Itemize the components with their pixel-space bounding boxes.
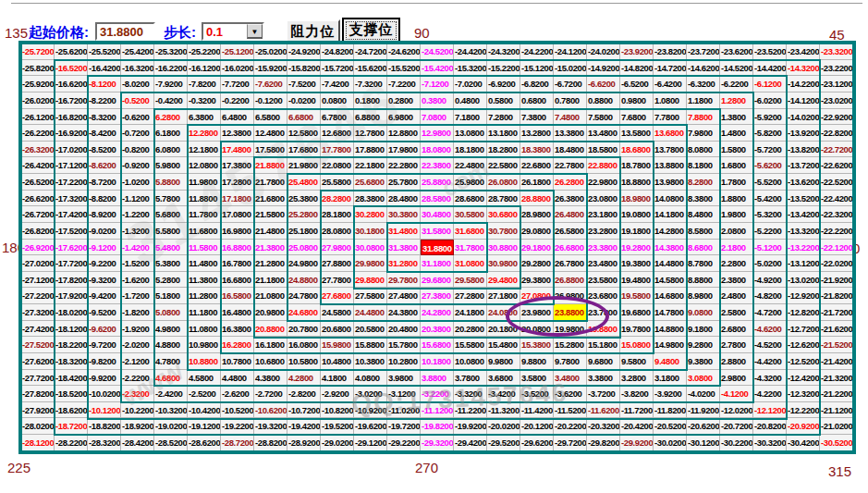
price-cell: 8.1800: [687, 157, 720, 174]
price-cell: 6.4800: [221, 109, 254, 126]
price-cell: 19.8800: [587, 321, 620, 338]
price-cell: 20.7800: [287, 321, 321, 338]
price-cell: -12.7200: [787, 321, 820, 338]
price-cell: -12.8200: [787, 304, 820, 321]
start-price-input[interactable]: [95, 22, 155, 41]
price-cell: 0.7800: [554, 92, 587, 109]
price-cell: -18.6200: [55, 402, 88, 419]
price-cell: -21.5200: [820, 337, 853, 353]
price-cell: -9.3200: [88, 272, 121, 289]
price-cell: 11.2800: [188, 288, 221, 304]
price-cell: -22.3200: [820, 206, 853, 223]
price-cell: 5.3800: [154, 255, 188, 272]
price-cell: 19.5800: [620, 288, 654, 304]
price-cell: 31.5800: [421, 223, 454, 240]
price-cell: -28.9200: [287, 435, 321, 451]
price-cell: 4.9800: [154, 321, 188, 338]
price-cell: -30.5200: [820, 435, 853, 451]
price-cell: -22.7200: [820, 142, 853, 158]
price-cell: 26.0800: [487, 174, 520, 191]
price-cell: -4.3200: [753, 370, 787, 387]
price-cell: -2.4200: [154, 386, 188, 402]
support-button[interactable]: 支撑位: [343, 18, 399, 43]
step-dropdown[interactable]: 0.1 ▼: [202, 22, 264, 41]
price-cell: 16.7800: [221, 255, 254, 272]
price-cell: -6.1200: [753, 76, 787, 92]
chevron-down-icon[interactable]: ▼: [247, 24, 263, 39]
price-cell: 4.4800: [221, 370, 254, 387]
price-cell: 11.3800: [188, 272, 221, 289]
price-cell: -13.4200: [787, 206, 820, 223]
price-cell: 13.8800: [654, 157, 687, 174]
price-cell: 14.6800: [654, 288, 687, 304]
price-cell: -17.2200: [55, 174, 88, 191]
price-cell: -8.5200: [88, 142, 121, 158]
price-cell: -2.5200: [188, 386, 221, 402]
price-cell: -6.7200: [554, 76, 587, 92]
price-cell: -3.9200: [654, 386, 687, 402]
price-cell: 13.5800: [620, 125, 654, 142]
price-cell: 16.1800: [254, 337, 287, 353]
price-cell: 9.9800: [487, 353, 520, 370]
price-cell: -14.9200: [587, 60, 620, 77]
price-cell: 5.0800: [154, 304, 188, 321]
price-cell: -19.9200: [454, 418, 487, 435]
price-cell: -25.7200: [21, 43, 55, 60]
price-cell: -23.5200: [753, 43, 787, 60]
price-cell: 31.7800: [454, 240, 487, 256]
price-cell: -23.2200: [820, 60, 853, 77]
price-cell: 16.9800: [221, 223, 254, 240]
price-cell: 10.7800: [221, 353, 254, 370]
price-cell: -19.7200: [387, 418, 421, 435]
degree-label-225: 225: [7, 460, 31, 475]
price-cell: 18.5800: [587, 142, 620, 158]
price-cell: 26.5800: [554, 223, 587, 240]
price-cell: 28.0800: [321, 223, 354, 240]
price-cell: 30.2800: [354, 206, 387, 223]
price-cell: 29.3800: [520, 272, 554, 289]
price-cell: 11.1800: [188, 304, 221, 321]
price-cell: 26.8800: [554, 272, 587, 289]
price-cell: -25.4200: [121, 43, 154, 60]
price-cell: 0.2800: [387, 92, 421, 109]
price-cell: -30.1200: [687, 435, 720, 451]
price-cell: -13.5200: [787, 191, 820, 207]
price-cell: -27.2200: [21, 288, 55, 304]
price-cell: -23.9200: [620, 43, 654, 60]
price-cell: -21.0200: [820, 418, 853, 435]
price-cell: 12.4800: [254, 125, 287, 142]
price-cell: 6.7800: [321, 109, 354, 126]
price-cell: -4.4200: [753, 353, 787, 370]
price-cell: 0.5800: [487, 92, 520, 109]
price-cell: 23.4800: [587, 255, 620, 272]
highlighted-support-cell: 23.8800: [554, 304, 587, 321]
price-cell: -25.3200: [154, 43, 188, 60]
price-cell: -14.8200: [620, 60, 654, 77]
price-cell: 24.7800: [287, 288, 321, 304]
price-cell: 13.0800: [454, 125, 487, 142]
price-cell: 22.7800: [554, 157, 587, 174]
price-cell: 12.1800: [188, 142, 221, 158]
price-cell: -30.2200: [720, 435, 753, 451]
price-cell: 29.9800: [354, 255, 387, 272]
price-cell: 31.6800: [454, 223, 487, 240]
resistance-button[interactable]: 阻力位: [286, 19, 340, 43]
price-cell: 15.1800: [587, 337, 620, 353]
price-cell: 1.9800: [720, 206, 753, 223]
price-cell: 8.2800: [687, 174, 720, 191]
price-cell: 28.9800: [520, 206, 554, 223]
price-cell: -16.7200: [55, 92, 88, 109]
price-cell: -26.4200: [21, 157, 55, 174]
price-cell: 11.0800: [188, 321, 221, 338]
price-cell: 13.6800: [654, 125, 687, 142]
price-cell: 10.5800: [287, 353, 321, 370]
price-cell: 13.7800: [654, 142, 687, 158]
price-cell: -5.2200: [753, 223, 787, 240]
price-cell: 9.5800: [620, 353, 654, 370]
price-cell: 30.0800: [354, 240, 387, 256]
price-cell: 2.9800: [720, 370, 753, 387]
price-cell: 17.1800: [221, 191, 254, 207]
price-cell: 27.5800: [354, 288, 387, 304]
price-cell: -16.3200: [121, 60, 154, 77]
price-cell: -21.7200: [820, 304, 853, 321]
